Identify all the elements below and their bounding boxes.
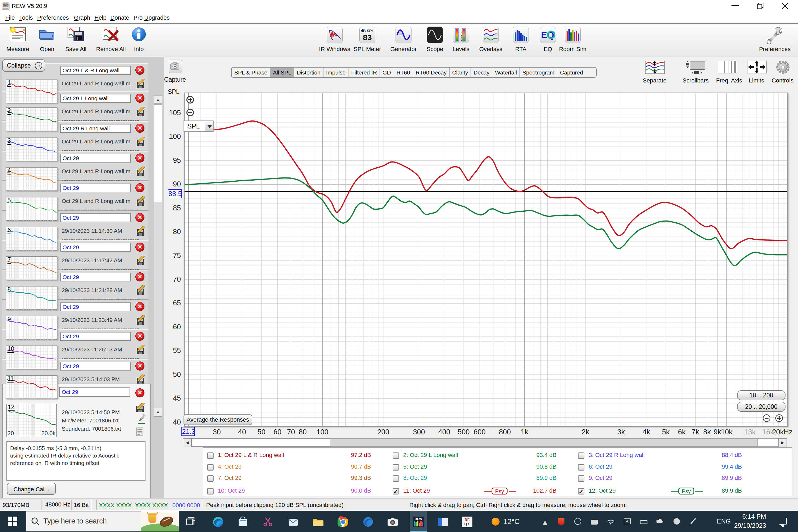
svg-text:9: 9 [461,38,462,41]
svg-text:«: « [37,63,40,68]
svg-text:83: 83 [363,33,372,42]
svg-text:REW: REW [415,517,422,521]
svg-text:0: 0 [461,28,462,32]
svg-text:DE: DE [464,518,470,522]
svg-text:QX: QX [464,522,470,526]
svg-text:3: 3 [461,32,462,35]
svg-text:6: 6 [461,35,462,38]
svg-text:dB SPL: dB SPL [361,29,374,33]
